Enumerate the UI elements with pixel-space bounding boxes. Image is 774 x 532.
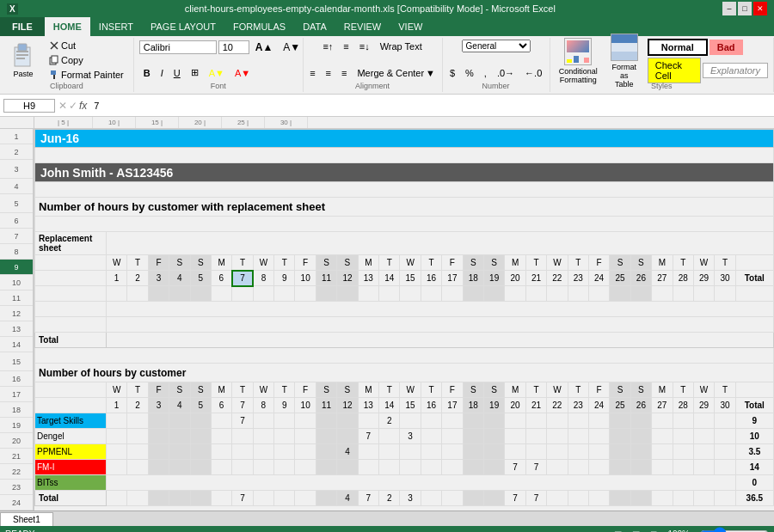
bitss-label[interactable]: BITss bbox=[35, 475, 107, 491]
replacement-total-label[interactable]: Total bbox=[35, 333, 107, 348]
dengel-total[interactable]: 10 bbox=[735, 429, 773, 444]
align-top-button[interactable]: ≡↑ bbox=[318, 40, 337, 53]
spreadsheet-grid[interactable]: Jun-16 John Smith - AS123456 Number o bbox=[34, 129, 774, 511]
italic-button[interactable]: I bbox=[157, 66, 168, 80]
fmi-day20[interactable]: 7 bbox=[505, 460, 525, 475]
view-normal-icon[interactable]: ▦ bbox=[614, 529, 622, 533]
increase-decimal-button[interactable]: .0→ bbox=[493, 66, 519, 80]
r9-s[interactable]: 18 bbox=[463, 271, 483, 286]
r8-p[interactable]: W bbox=[400, 255, 421, 271]
r8-i[interactable]: W bbox=[253, 255, 273, 271]
total-day21[interactable]: 7 bbox=[525, 491, 546, 506]
close-button[interactable]: ✕ bbox=[753, 2, 767, 15]
bad-style[interactable]: Bad bbox=[710, 40, 743, 55]
r9-x[interactable]: 23 bbox=[568, 271, 588, 286]
dengel-label[interactable]: Dengel bbox=[35, 429, 107, 444]
r9-f[interactable]: 5 bbox=[190, 271, 211, 286]
tab-home[interactable]: HOME bbox=[45, 17, 90, 36]
align-bottom-button[interactable]: ≡↓ bbox=[355, 40, 374, 53]
view-layout-icon[interactable]: ▣ bbox=[632, 529, 640, 533]
r8-q[interactable]: T bbox=[421, 255, 441, 271]
dengel-day13[interactable]: 7 bbox=[358, 429, 378, 444]
fmi-day21[interactable]: 7 bbox=[525, 460, 546, 475]
r9-n[interactable]: 13 bbox=[358, 271, 378, 286]
align-left-button[interactable]: ≡ bbox=[305, 66, 319, 80]
bitss-total[interactable]: 0 bbox=[735, 475, 773, 491]
r9-z[interactable]: 25 bbox=[610, 271, 630, 286]
r9-m[interactable]: 12 bbox=[337, 271, 358, 286]
decrease-font-button[interactable]: A▼ bbox=[279, 40, 304, 55]
dengel-day15[interactable]: 3 bbox=[400, 429, 421, 444]
total-day14[interactable]: 2 bbox=[379, 491, 400, 506]
r8-a[interactable] bbox=[35, 255, 107, 271]
wrap-text-button[interactable]: Wrap Text bbox=[376, 40, 427, 53]
r8-h[interactable]: T bbox=[232, 255, 253, 271]
cut-button[interactable]: Cut bbox=[45, 39, 128, 52]
tab-page-layout[interactable]: PAGE LAYOUT bbox=[142, 17, 224, 36]
target-skills-day7[interactable]: 7 bbox=[232, 413, 253, 429]
tab-view[interactable]: VIEW bbox=[390, 17, 431, 36]
name-cell[interactable]: John Smith - AS123456 bbox=[35, 163, 774, 182]
row4-cell[interactable] bbox=[35, 182, 774, 198]
r9-ae[interactable]: 30 bbox=[715, 271, 735, 286]
r8-w[interactable]: W bbox=[547, 255, 568, 271]
r9-q[interactable]: 16 bbox=[421, 271, 441, 286]
r9-g[interactable]: 6 bbox=[211, 271, 231, 286]
r8-ac[interactable]: T bbox=[673, 255, 693, 271]
ppmenl-label[interactable]: PPMENL bbox=[35, 444, 107, 460]
r9-p[interactable]: 15 bbox=[400, 271, 421, 286]
r8-o[interactable]: T bbox=[379, 255, 400, 271]
border-button[interactable]: ⊞ bbox=[187, 65, 203, 80]
sheet-tab-1[interactable]: Sheet1 bbox=[0, 512, 53, 526]
r8-r[interactable]: F bbox=[442, 255, 463, 271]
r9-aa[interactable]: 26 bbox=[630, 271, 651, 286]
align-center-button[interactable]: ≡ bbox=[322, 66, 335, 80]
decrease-decimal-button[interactable]: ←.0 bbox=[520, 66, 546, 80]
r8-af[interactable] bbox=[735, 255, 773, 271]
r9-ad[interactable]: 29 bbox=[693, 271, 714, 286]
r8-c[interactable]: T bbox=[127, 255, 148, 271]
dollar-button[interactable]: $ bbox=[445, 66, 459, 80]
total-day12[interactable]: 4 bbox=[337, 491, 358, 506]
r9-t[interactable]: 19 bbox=[483, 271, 504, 286]
comma-button[interactable]: , bbox=[480, 66, 491, 80]
r8-ae[interactable]: T bbox=[715, 255, 735, 271]
conditional-formatting-button[interactable]: Conditional Formatting bbox=[556, 36, 601, 86]
r9-o[interactable]: 14 bbox=[379, 271, 400, 286]
r9-d[interactable]: 3 bbox=[148, 271, 169, 286]
percent-button[interactable]: % bbox=[461, 66, 478, 80]
format-painter-button[interactable]: Format Painter bbox=[45, 68, 128, 82]
replacement-sheet-label[interactable]: Replacement sheet bbox=[35, 232, 107, 255]
r9-w[interactable]: 22 bbox=[547, 271, 568, 286]
r8-ab[interactable]: M bbox=[652, 255, 673, 271]
r8-x[interactable]: T bbox=[568, 255, 588, 271]
row2-cell[interactable] bbox=[35, 148, 774, 163]
r8-aa[interactable]: S bbox=[630, 255, 651, 271]
hours-by-customer-label[interactable]: Number of hours by customer bbox=[35, 364, 774, 382]
tab-formulas[interactable]: FORMULAS bbox=[224, 17, 294, 36]
align-right-button[interactable]: ≡ bbox=[337, 66, 351, 80]
r9-v[interactable]: 21 bbox=[525, 271, 546, 286]
confirm-icon[interactable]: ✓ bbox=[69, 100, 77, 112]
r9-u[interactable]: 20 bbox=[505, 271, 525, 286]
r8-f[interactable]: S bbox=[190, 255, 211, 271]
total-day20[interactable]: 7 bbox=[505, 491, 525, 506]
r8-m[interactable]: S bbox=[337, 255, 358, 271]
r9-total[interactable]: Total bbox=[735, 271, 773, 286]
r9-j[interactable]: 9 bbox=[274, 271, 295, 286]
tab-review[interactable]: REVIEW bbox=[335, 17, 390, 36]
r8-t[interactable]: S bbox=[483, 255, 504, 271]
number-format-select[interactable]: General Number Currency Date bbox=[462, 40, 531, 52]
total-day7[interactable]: 7 bbox=[232, 491, 253, 506]
tab-data[interactable]: DATA bbox=[294, 17, 335, 36]
r8-ad[interactable]: W bbox=[693, 255, 714, 271]
normal-style[interactable]: Normal bbox=[648, 39, 708, 56]
row6-cell[interactable] bbox=[35, 217, 774, 232]
font-size-input[interactable] bbox=[218, 40, 249, 54]
r8-n[interactable]: M bbox=[358, 255, 378, 271]
ppmenl-total[interactable]: 3.5 bbox=[735, 444, 773, 460]
tab-insert[interactable]: INSERT bbox=[90, 17, 142, 36]
merge-center-button[interactable]: Merge & Center ▼ bbox=[353, 66, 439, 80]
underline-button[interactable]: U bbox=[169, 66, 185, 80]
r8-z[interactable]: S bbox=[610, 255, 630, 271]
